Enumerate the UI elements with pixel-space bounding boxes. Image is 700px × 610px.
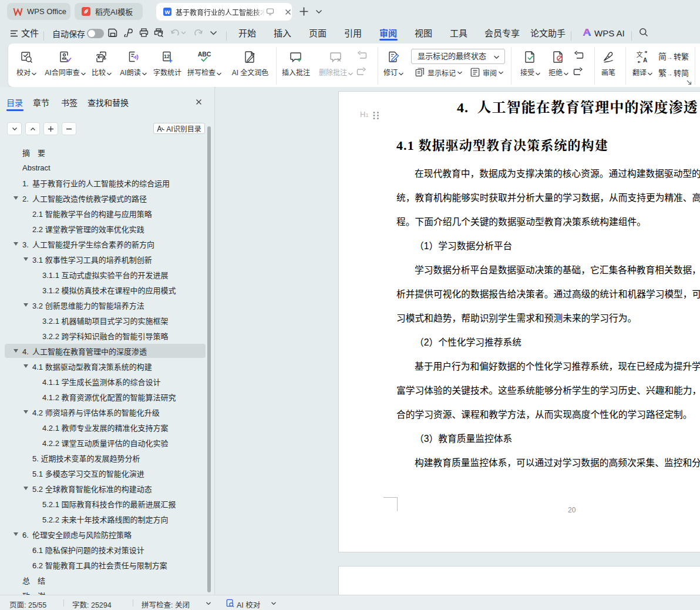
svg-text:W: W (165, 9, 170, 15)
svg-text:A: A (643, 57, 647, 63)
svg-text:ABC: ABC (198, 51, 211, 58)
svg-text:文: 文 (637, 51, 643, 59)
svg-text:12: 12 (164, 53, 170, 59)
